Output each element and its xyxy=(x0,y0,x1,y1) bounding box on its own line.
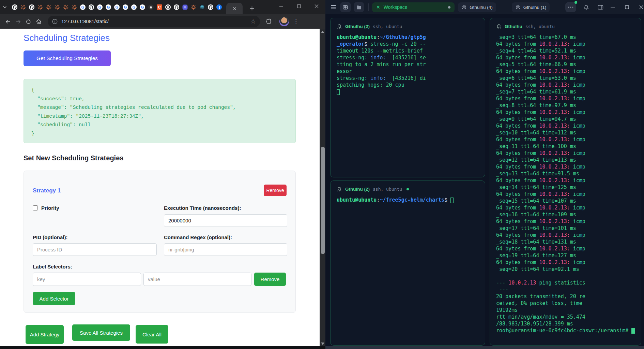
terminal-pane-ping[interactable]: Gthulhu ssh, ubuntu _seq=3 ttl=64 time=6… xyxy=(490,18,641,346)
terminal-tab-label: Gthulhu (1) xyxy=(523,5,547,10)
save-all-strategies-button[interactable]: Save All Strategies xyxy=(72,324,130,341)
pinned-tab-google-favicon[interactable]: G xyxy=(95,2,104,13)
pinned-tab-claude-square-favicon[interactable]: C xyxy=(155,2,164,13)
terminal-line: rtt min/avg/max/mdev = 35.474 xyxy=(496,314,635,320)
bookmark-star-icon[interactable]: ☆ xyxy=(250,18,256,25)
close-tab-icon[interactable] xyxy=(232,6,237,11)
browser-tab-strip: GGGGGGGCf xyxy=(0,0,325,14)
site-info-icon[interactable] xyxy=(52,18,58,25)
back-button[interactable] xyxy=(3,16,13,27)
selector-value-input[interactable] xyxy=(143,273,251,286)
home-button[interactable] xyxy=(33,16,44,27)
close-workspace-icon[interactable]: ✕ xyxy=(376,4,380,10)
folder-icon[interactable] xyxy=(354,2,365,12)
pinned-tab-badge-favicon[interactable] xyxy=(147,2,155,13)
terminal-line xyxy=(337,88,479,95)
command-regex-input[interactable] xyxy=(164,243,287,256)
pinned-tab-claude-favicon[interactable] xyxy=(19,2,27,13)
terminal-line: 64 bytes from 10.0.2.13: icmp xyxy=(496,109,635,116)
minimize-button[interactable] xyxy=(272,0,290,12)
pinned-tab-react-favicon[interactable] xyxy=(198,2,206,13)
browser-window: GGGGGGGCf xyxy=(0,0,325,346)
pinned-tab-google-favicon[interactable]: G xyxy=(121,2,129,13)
remove-selector-button[interactable]: Remove xyxy=(254,273,286,286)
response-json-box: { "success": true, "message": "Schedulin… xyxy=(24,79,296,143)
pid-label: PID (optional): xyxy=(33,234,67,240)
pinned-tab-github-favicon[interactable] xyxy=(87,2,95,13)
terminal-line: 64 bytes from 10.0.2.13: icmp xyxy=(496,150,635,157)
pinned-tab-github-favicon[interactable] xyxy=(27,2,36,13)
pinned-tab-github-favicon[interactable] xyxy=(164,2,172,13)
execution-time-label: Execution Time (nanoseconds): xyxy=(164,205,241,211)
selector-key-input[interactable] xyxy=(33,273,141,286)
terminal-line: 19192ms xyxy=(496,307,635,314)
pinned-tab-google-favicon[interactable]: G xyxy=(112,2,121,13)
terminal-pane-stress[interactable]: Gthulhu (2) ssh, ubuntu ubuntu@ubuntu:~/… xyxy=(330,18,485,177)
scrollbar-thumb[interactable] xyxy=(321,147,325,254)
extensions-icon[interactable] xyxy=(265,18,272,25)
workspace-tab[interactable]: ✕ Workspace xyxy=(372,2,455,12)
pinned-tab-github-favicon[interactable] xyxy=(206,2,215,13)
scroll-up-arrow-icon[interactable] xyxy=(321,31,324,33)
pinned-tab-claude-favicon[interactable] xyxy=(36,2,44,13)
pinned-tab-google-favicon[interactable]: G xyxy=(138,2,147,13)
browser-menu-icon[interactable]: ⋮ xyxy=(293,18,299,25)
maximize-button[interactable] xyxy=(624,4,630,10)
hamburger-menu-icon[interactable] xyxy=(329,4,337,11)
vaults-icon[interactable] xyxy=(340,2,351,12)
forward-button[interactable] xyxy=(13,16,23,27)
pinned-tab-github-favicon[interactable] xyxy=(172,2,181,13)
pinned-tab-facebook-favicon[interactable]: f xyxy=(215,2,223,13)
pinned-tab-claude-favicon[interactable] xyxy=(61,2,70,13)
pinned-tab-google-favicon[interactable]: G xyxy=(78,2,87,13)
terminal-line: 64 bytes from 10.0.2.13: icmp xyxy=(496,259,635,266)
bell-icon[interactable] xyxy=(581,2,592,12)
sidebar-panel-icon[interactable] xyxy=(595,2,606,12)
pinned-tab-google-favicon[interactable]: G xyxy=(104,2,112,13)
clear-all-button[interactable]: Clear All xyxy=(136,325,168,344)
terminal-tab-gthulhu-1[interactable]: Gthulhu (1) xyxy=(512,2,550,12)
pinned-tab-github-favicon[interactable] xyxy=(10,2,19,13)
pinned-tab-claude-favicon[interactable] xyxy=(44,2,53,13)
reload-button[interactable] xyxy=(23,16,33,27)
svg-text:G: G xyxy=(115,5,118,9)
active-tab[interactable] xyxy=(226,3,243,14)
terminal-line: 64 bytes from 10.0.2.13: icmp xyxy=(496,204,635,211)
pid-input[interactable] xyxy=(33,243,157,256)
more-tabs-button[interactable] xyxy=(565,2,576,12)
terminal-pane-charts[interactable]: Gthulhu (2) ssh, ubuntu ubuntu@ubuntu:~/… xyxy=(330,180,485,346)
priority-row: Priority xyxy=(33,205,59,211)
url-text[interactable]: 127.0.0.1:8081/static/ xyxy=(61,19,250,24)
terminal-tab-gthulhu-4[interactable]: Gthulhu (4) xyxy=(458,2,496,12)
pinned-tab-purple-favicon[interactable] xyxy=(181,2,189,13)
svg-text:C: C xyxy=(158,5,160,9)
profile-avatar[interactable] xyxy=(279,17,289,26)
get-strategies-button[interactable]: Get Scheduling Strategies xyxy=(24,50,111,66)
pane-header: Gthulhu (2) ssh, ubuntu xyxy=(331,18,485,30)
new-tab-button[interactable] xyxy=(247,4,256,13)
terminal-line: _seq=12 ttl=64 time=113 ms xyxy=(496,157,635,163)
close-window-button[interactable] xyxy=(639,4,644,10)
scroll-down-arrow-icon[interactable] xyxy=(321,343,324,345)
terminal-line: stress-ng: info: [435216] se xyxy=(337,54,479,61)
add-selector-button[interactable]: Add Selector xyxy=(33,292,75,305)
tab-search-chevron-icon[interactable] xyxy=(3,4,7,11)
close-window-button[interactable] xyxy=(308,0,325,12)
page-scrollbar[interactable] xyxy=(320,29,325,346)
pinned-tab-google-favicon[interactable]: G xyxy=(129,2,138,13)
pinned-tab-claude-favicon[interactable] xyxy=(53,2,61,13)
gthulhu-icon xyxy=(337,187,342,192)
add-strategy-button[interactable]: Add Strategy xyxy=(26,325,64,344)
minimize-button[interactable] xyxy=(610,4,615,10)
address-bar[interactable]: 127.0.0.1:8081/static/ ☆ xyxy=(48,16,260,27)
terminal-line: spatching hogs: 20 cpu xyxy=(337,82,479,88)
pane-subtitle: ssh, ubuntu xyxy=(525,24,555,29)
pinned-tab-claude-favicon[interactable] xyxy=(189,2,198,13)
priority-checkbox[interactable] xyxy=(33,205,38,210)
execution-time-input[interactable] xyxy=(164,214,287,227)
active-session-dot xyxy=(407,188,409,190)
priority-label: Priority xyxy=(41,205,59,211)
maximize-button[interactable] xyxy=(290,0,308,12)
remove-strategy-button[interactable]: Remove xyxy=(264,185,287,196)
pinned-tab-claude-favicon[interactable] xyxy=(70,2,78,13)
